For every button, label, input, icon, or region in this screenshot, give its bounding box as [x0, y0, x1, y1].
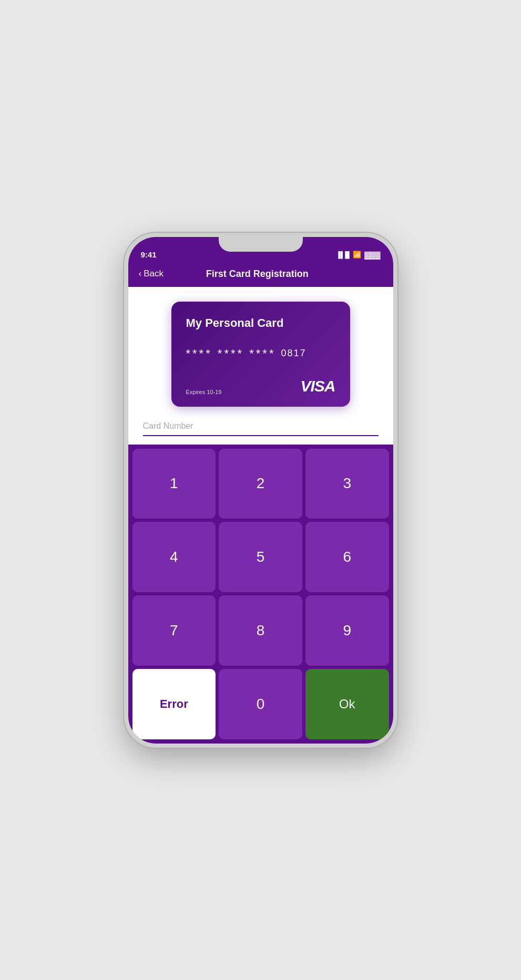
- numpad-key-3[interactable]: 3: [305, 449, 389, 519]
- card-number-input[interactable]: [143, 417, 379, 436]
- input-section: [128, 417, 393, 445]
- status-icons: ▐▌█ 📶 ▓▓▓: [336, 251, 380, 259]
- card-section: My Personal Card **** **** **** 0817 Exp…: [128, 287, 393, 417]
- card-expiry: Expires 10-19: [186, 389, 222, 395]
- numpad-key-6[interactable]: 6: [305, 522, 389, 592]
- card-bottom: Expires 10-19 VISA: [186, 377, 335, 395]
- numpad-key-4[interactable]: 4: [132, 522, 216, 592]
- numpad-key-9[interactable]: 9: [305, 595, 389, 666]
- card-number-dots: **** **** ****: [186, 348, 276, 359]
- chevron-left-icon: ‹: [139, 269, 142, 279]
- card-name: My Personal Card: [186, 316, 335, 330]
- card-expiry-label: Expires 10-19: [186, 389, 222, 395]
- numpad-ok-button[interactable]: Ok: [305, 669, 389, 739]
- credit-card: My Personal Card **** **** **** 0817 Exp…: [171, 302, 350, 407]
- numpad-key-2[interactable]: 2: [219, 449, 302, 519]
- page-title: First Card Registration: [164, 269, 351, 280]
- back-label: Back: [144, 269, 164, 279]
- content-area: My Personal Card **** **** **** 0817 Exp…: [128, 287, 393, 744]
- signal-bars-icon: ▐▌█: [336, 251, 350, 259]
- nav-bar: ‹ Back First Card Registration: [128, 263, 393, 287]
- numpad-error-button[interactable]: Error: [132, 669, 216, 739]
- numpad-key-8[interactable]: 8: [219, 595, 302, 666]
- wifi-icon: 📶: [353, 251, 361, 259]
- battery-icon: ▓▓▓: [364, 251, 381, 259]
- phone-frame: 9:41 ▐▌█ 📶 ▓▓▓ ‹ Back First Card Registr…: [124, 233, 397, 748]
- card-brand: VISA: [300, 377, 335, 395]
- back-button[interactable]: ‹ Back: [139, 269, 164, 279]
- card-number: **** **** **** 0817: [186, 348, 335, 359]
- numpad-key-0[interactable]: 0: [219, 669, 302, 739]
- numpad: 1 2 3 4 5 6 7 8 9 Error 0 Ok: [128, 445, 393, 744]
- card-number-last: 0817: [281, 348, 306, 359]
- status-time: 9:41: [141, 250, 157, 259]
- numpad-key-5[interactable]: 5: [219, 522, 302, 592]
- phone-notch: [219, 237, 303, 252]
- numpad-key-1[interactable]: 1: [132, 449, 216, 519]
- numpad-key-7[interactable]: 7: [132, 595, 216, 666]
